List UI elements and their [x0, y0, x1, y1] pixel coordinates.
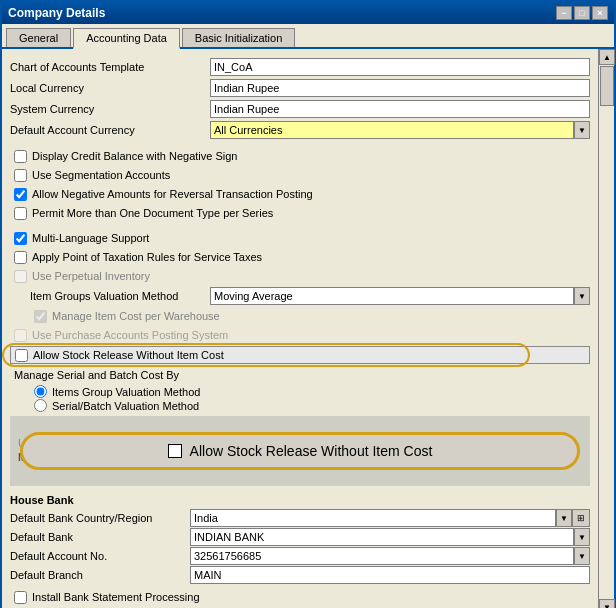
default-bank-row: Default Bank INDIAN BANK ▼ [10, 528, 590, 546]
use-segmentation-label: Use Segmentation Accounts [32, 169, 170, 181]
serial-batch-valuation-radio-row: Serial/Batch Valuation Method [10, 399, 590, 412]
default-account-currency-dropdown[interactable]: ▼ [574, 121, 590, 139]
default-bank-country-text[interactable]: India [190, 509, 556, 527]
allow-stock-release-label: Allow Stock Release Without Item Cost [33, 349, 224, 361]
allow-stock-release-row: Allow Stock Release Without Item Cost [10, 346, 590, 364]
allow-stock-release-container: Allow Stock Release Without Item Cost [10, 346, 590, 364]
install-bank-checkbox[interactable] [14, 591, 27, 604]
default-bank-country-icon-button[interactable]: ⊞ [572, 509, 590, 527]
use-purchase-accounts-row: Use Purchase Accounts Posting System [10, 326, 590, 344]
apply-point-checkbox[interactable] [14, 251, 27, 264]
window-title: Company Details [8, 6, 105, 20]
scrollbar: ▲ ▼ [598, 49, 614, 608]
default-account-no-dropdown[interactable]: ▼ [574, 547, 590, 565]
use-perpetual-checkbox[interactable] [14, 270, 27, 283]
use-segmentation-checkbox[interactable] [14, 169, 27, 182]
manage-serial-label: Manage Serial and Batch Cost By [14, 369, 179, 381]
maximize-button[interactable]: □ [574, 6, 590, 20]
zoom-checkbox-box[interactable] [168, 444, 182, 458]
scroll-thumb[interactable] [600, 66, 614, 106]
titlebar-buttons: − □ × [556, 6, 608, 20]
items-group-valuation-radio-row: Items Group Valuation Method [10, 385, 590, 398]
local-currency-label: Local Currency [10, 82, 210, 94]
manage-item-cost-checkbox[interactable] [34, 310, 47, 323]
default-account-no-value: 32561756685 ▼ [190, 547, 590, 565]
default-bank-label: Default Bank [10, 531, 190, 543]
display-credit-balance-checkbox[interactable] [14, 150, 27, 163]
system-currency-row: System Currency Indian Rupee [10, 99, 590, 119]
manage-serial-row: Manage Serial and Batch Cost By [10, 366, 590, 384]
scroll-track[interactable] [599, 65, 614, 599]
use-purchase-accounts-label: Use Purchase Accounts Posting System [32, 329, 228, 341]
permit-more-than-one-row: Permit More than One Document Type per S… [10, 204, 590, 222]
default-bank-dropdown[interactable]: ▼ [574, 528, 590, 546]
allow-negative-label: Allow Negative Amounts for Reversal Tran… [32, 188, 313, 200]
default-bank-country-label: Default Bank Country/Region [10, 512, 190, 524]
default-bank-text[interactable]: INDIAN BANK [190, 528, 574, 546]
default-branch-label: Default Branch [10, 569, 190, 581]
house-bank-section: House Bank Default Bank Country/Region I… [10, 494, 590, 606]
manage-item-cost-label: Manage Item Cost per Warehouse [52, 310, 220, 322]
default-account-no-text[interactable]: 32561756685 [190, 547, 574, 565]
tab-content-accounting: Chart of Accounts Template IN_CoA Local … [2, 49, 598, 608]
minimize-button[interactable]: − [556, 6, 572, 20]
use-perpetual-row: Use Perpetual Inventory [10, 267, 590, 285]
tab-accounting-data[interactable]: Accounting Data [73, 28, 180, 49]
default-account-currency-value: All Currencies ▼ [210, 121, 590, 139]
tab-general[interactable]: General [6, 28, 71, 47]
default-bank-country-value: India ▼ ⊞ [190, 509, 590, 527]
tab-bar: General Accounting Data Basic Initializa… [2, 24, 614, 49]
default-bank-value: INDIAN BANK ▼ [190, 528, 590, 546]
local-currency-row: Local Currency Indian Rupee [10, 78, 590, 98]
default-bank-country-row: Default Bank Country/Region India ▼ ⊞ [10, 509, 590, 527]
use-perpetual-label: Use Perpetual Inventory [32, 270, 150, 282]
local-currency-value: Indian Rupee [210, 79, 590, 97]
allow-stock-release-checkbox[interactable] [15, 349, 28, 362]
system-currency-value: Indian Rupee [210, 100, 590, 118]
scroll-down-button[interactable]: ▼ [599, 599, 615, 608]
item-groups-valuation-value: Moving Average ▼ [210, 287, 590, 305]
allow-negative-checkbox[interactable] [14, 188, 27, 201]
serial-batch-valuation-radio-label: Serial/Batch Valuation Method [52, 400, 199, 412]
display-credit-balance-row: Display Credit Balance with Negative Sig… [10, 147, 590, 165]
install-bank-row: Install Bank Statement Processing [10, 588, 590, 606]
item-groups-valuation-text[interactable]: Moving Average [210, 287, 574, 305]
chart-of-accounts-row: Chart of Accounts Template IN_CoA [10, 57, 590, 77]
item-groups-valuation-row: Item Groups Valuation Method Moving Aver… [10, 286, 590, 306]
default-account-no-row: Default Account No. 32561756685 ▼ [10, 547, 590, 565]
tab-basic-initialization[interactable]: Basic Initialization [182, 28, 295, 47]
company-details-window: Company Details − □ × General Accounting… [0, 0, 616, 608]
apply-point-row: Apply Point of Taxation Rules for Servic… [10, 248, 590, 266]
item-groups-valuation-dropdown[interactable]: ▼ [574, 287, 590, 305]
allow-negative-row: Allow Negative Amounts for Reversal Tran… [10, 185, 590, 203]
item-groups-valuation-label: Item Groups Valuation Method [10, 290, 210, 302]
default-account-currency-text[interactable]: All Currencies [210, 121, 574, 139]
serial-batch-valuation-radio[interactable] [34, 399, 47, 412]
house-bank-title: House Bank [10, 494, 590, 506]
zoom-checkbox-inner: Allow Stock Release Without Item Cost [168, 443, 433, 459]
permit-more-than-one-label: Permit More than One Document Type per S… [32, 207, 273, 219]
default-branch-row: Default Branch MAIN [10, 566, 590, 584]
install-bank-label: Install Bank Statement Processing [32, 591, 200, 603]
scroll-up-button[interactable]: ▲ [599, 49, 615, 65]
default-account-no-label: Default Account No. [10, 550, 190, 562]
default-branch-value: MAIN [190, 566, 590, 584]
chart-of-accounts-label: Chart of Accounts Template [10, 61, 210, 73]
zoom-overlay-container: Use Purchase Accounts Posting System Man… [10, 416, 590, 486]
apply-point-label: Apply Point of Taxation Rules for Servic… [32, 251, 262, 263]
default-account-currency-label: Default Account Currency [10, 124, 210, 136]
permit-more-than-one-checkbox[interactable] [14, 207, 27, 220]
zoom-oval: Allow Stock Release Without Item Cost [20, 432, 580, 470]
default-account-currency-row: Default Account Currency All Currencies … [10, 120, 590, 140]
default-branch-text[interactable]: MAIN [190, 566, 590, 584]
system-currency-label: System Currency [10, 103, 210, 115]
items-group-valuation-radio[interactable] [34, 385, 47, 398]
titlebar: Company Details − □ × [2, 2, 614, 24]
default-bank-country-dropdown[interactable]: ▼ [556, 509, 572, 527]
multi-language-checkbox[interactable] [14, 232, 27, 245]
items-group-valuation-radio-label: Items Group Valuation Method [52, 386, 200, 398]
close-button[interactable]: × [592, 6, 608, 20]
use-purchase-accounts-checkbox[interactable] [14, 329, 27, 342]
multi-language-row: Multi-Language Support [10, 229, 590, 247]
multi-language-label: Multi-Language Support [32, 232, 149, 244]
